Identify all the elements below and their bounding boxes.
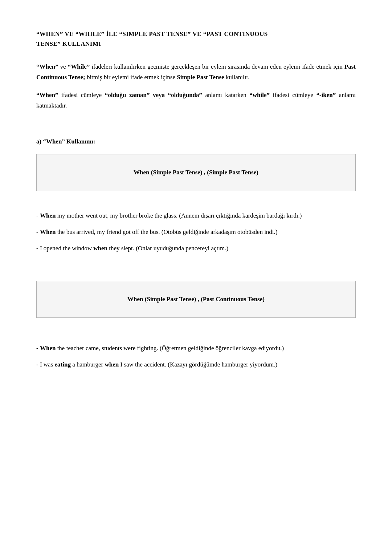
iken-bold: “-iken”: [316, 92, 336, 98]
formula-text-2: When (Simple Past Tense) , (Past Continu…: [127, 296, 265, 303]
second-text-2: anlamı katarken: [202, 92, 249, 98]
example-line-5: - I was eating a hamburger when I saw th…: [36, 360, 356, 370]
when-bold-1: “When”: [36, 63, 58, 70]
title-line1: “WHEN” VE “WHILE” İLE “SIMPLE PAST TENSE…: [36, 31, 268, 37]
example-line-3: - I opened the window when they slept. (…: [36, 243, 356, 254]
example-line-2: - When the bus arrived, my friend got of…: [36, 227, 356, 238]
intro-text-2: ifadeleri kullanılırken geçmişte gerçekl…: [90, 63, 344, 70]
example-line-4: - When the teacher came, students were f…: [36, 343, 356, 354]
when-ex5-bold: when: [105, 361, 119, 368]
second-text-3: ifadesi cümleye: [270, 92, 316, 98]
when-bold-2: “When”: [36, 92, 58, 98]
eating-bold: eating: [55, 361, 71, 368]
oldugu-bold: “olduğu zaman” veya “olduğunda”: [105, 92, 202, 98]
when-ex1-bold: When: [40, 212, 56, 219]
second-paragraph: “When” ifadesi cümleye “olduğu zaman” ve…: [36, 90, 356, 111]
simple-past-bold: Simple Past Tense: [177, 74, 224, 81]
when-ex2-bold: When: [40, 228, 56, 235]
second-text-1: ifadesi cümleye: [58, 92, 105, 98]
intro-paragraph: “When” ve “While” ifadeleri kullanılırke…: [36, 62, 356, 83]
title-line2: TENSE” KULLANIMI: [36, 40, 101, 47]
examples-block-2: - When the teacher came, students were f…: [36, 343, 356, 370]
example-line-1: - When my mother went out, my brother br…: [36, 211, 356, 221]
formula-text-1: When (Simple Past Tense) , (Simple Past …: [134, 169, 258, 176]
page-container: “WHEN” VE “WHILE” İLE “SIMPLE PAST TENSE…: [0, 0, 392, 555]
intro-text-3: bitmiş bir eylemi ifade etmek içinse: [85, 74, 177, 81]
section-a-label: a) “When” Kullanımı:: [36, 138, 356, 145]
while-bold-2: “while”: [249, 92, 270, 98]
examples-block-1: - When my mother went out, my brother br…: [36, 211, 356, 254]
formula-box-1: When (Simple Past Tense) , (Simple Past …: [36, 154, 356, 191]
formula-box-2: When (Simple Past Tense) , (Past Continu…: [36, 281, 356, 318]
while-bold-1: “While”: [68, 63, 90, 70]
intro-text-1: ve: [58, 63, 68, 70]
intro-text-4: kullanılır.: [224, 74, 250, 81]
main-title: “WHEN” VE “WHILE” İLE “SIMPLE PAST TENSE…: [36, 29, 356, 49]
when-ex4-bold: When: [40, 345, 56, 352]
when-ex3-bold: when: [93, 245, 107, 252]
